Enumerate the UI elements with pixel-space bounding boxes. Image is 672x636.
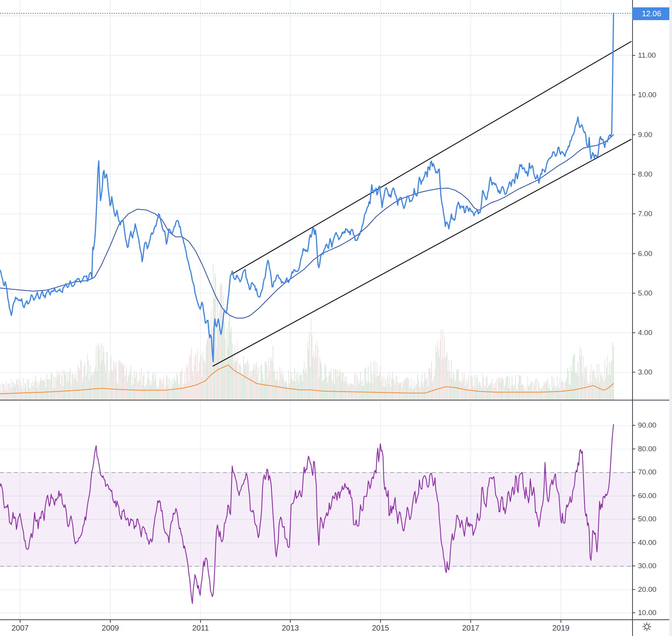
panel-separator[interactable] xyxy=(0,400,672,401)
rsi-panel[interactable] xyxy=(0,401,632,620)
channel-lower-trendline[interactable] xyxy=(213,139,631,366)
axis-border-horizontal xyxy=(0,619,672,620)
volume-bars xyxy=(0,263,614,400)
ma-line xyxy=(0,135,614,318)
price-tick-label: 10.00 xyxy=(638,91,657,99)
year-tick xyxy=(200,620,201,623)
year-label: 2013 xyxy=(282,624,299,633)
rsi-axis[interactable]: 90.0080.0070.0060.0050.0040.0030.0020.00… xyxy=(633,401,672,619)
price-tick-label: 8.00 xyxy=(638,170,652,179)
right-edge-strip xyxy=(669,0,672,636)
gear-icon xyxy=(641,621,653,633)
rsi-panel-canvas xyxy=(0,401,632,620)
year-tick xyxy=(110,620,111,623)
year-label: 2019 xyxy=(552,624,570,633)
rsi-tick-label: 40.00 xyxy=(638,538,657,547)
year-label: 2009 xyxy=(102,624,119,633)
year-label: 2011 xyxy=(192,624,209,633)
axis-settings-button[interactable] xyxy=(641,621,658,633)
price-tick-label: 9.00 xyxy=(638,131,652,139)
price-tick-label: 4.00 xyxy=(638,328,652,337)
rsi-tick-label: 50.00 xyxy=(638,515,657,523)
chart-root: 11.0010.009.008.007.006.005.004.003.00 9… xyxy=(0,0,672,636)
rsi-tick-label: 20.00 xyxy=(638,585,657,594)
rsi-tick-label: 10.00 xyxy=(638,608,657,617)
year-tick xyxy=(470,620,471,623)
rsi-tick-label: 80.00 xyxy=(638,445,657,453)
price-gridlines xyxy=(0,0,632,400)
price-tick-label: 7.00 xyxy=(638,210,652,218)
price-axis[interactable]: 11.0010.009.008.007.006.005.004.003.00 xyxy=(633,0,672,400)
axis-border-vertical xyxy=(632,0,633,636)
price-tick-label: 11.00 xyxy=(638,51,656,60)
year-label: 2007 xyxy=(12,624,29,633)
year-tick xyxy=(380,620,381,623)
year-label: 2017 xyxy=(462,624,480,633)
year-label: 2015 xyxy=(372,624,389,633)
rsi-tick-label: 60.00 xyxy=(638,492,657,500)
price-tick-label: 3.00 xyxy=(638,368,652,376)
rsi-tick-label: 90.00 xyxy=(638,421,657,430)
rsi-tick-label: 30.00 xyxy=(638,562,657,570)
last-price-value: 12.06 xyxy=(642,9,661,18)
year-tick xyxy=(20,620,21,623)
price-tick-label: 5.00 xyxy=(638,289,652,297)
rsi-tick-label: 70.00 xyxy=(638,468,657,476)
time-axis[interactable]: 2007200920112013201520172019 xyxy=(0,620,672,636)
year-tick xyxy=(561,620,561,623)
last-price-label: 12.06 xyxy=(632,7,671,20)
year-tick xyxy=(290,620,291,623)
price-tick-label: 6.00 xyxy=(638,249,652,258)
price-panel-canvas xyxy=(0,0,632,400)
price-panel[interactable] xyxy=(0,0,632,400)
